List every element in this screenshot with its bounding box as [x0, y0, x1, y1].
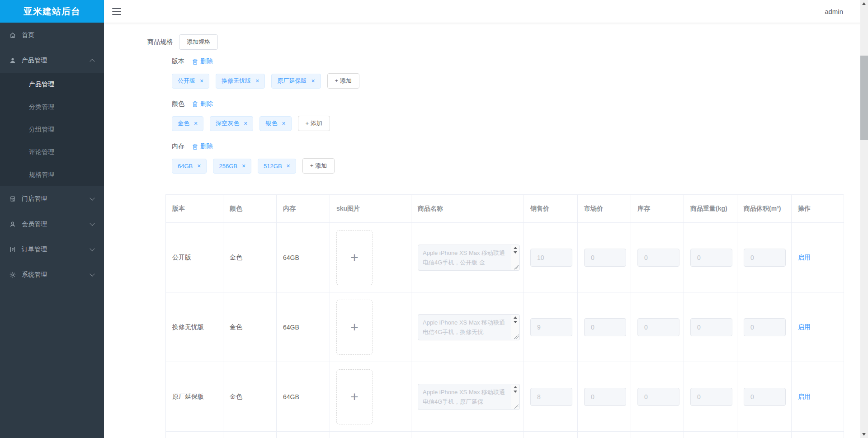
shop-icon [9, 195, 16, 203]
sidebar-item-store-management[interactable]: 门店管理 [0, 186, 104, 212]
submenu-label: 评论管理 [29, 148, 54, 156]
sku-image-upload[interactable]: + [336, 300, 373, 355]
sidebar-subitem-product-management[interactable]: 产品管理 [0, 73, 104, 96]
sidebar-subitem-group-management[interactable]: 分组管理 [0, 118, 104, 141]
weight-input[interactable] [690, 318, 732, 336]
sidebar-subitem-spec-management[interactable]: 规格管理 [0, 164, 104, 186]
sidebar-item-system-management[interactable]: 系统管理 [0, 262, 104, 287]
sidebar-item-order-management[interactable]: 订单管理 [0, 237, 104, 262]
market-price-input[interactable] [584, 318, 626, 336]
product-name-textarea[interactable]: Apple iPhone XS Max 移动联通电信4G手机，换修无忧 [418, 314, 520, 340]
add-tag-button[interactable]: + 添加 [302, 158, 335, 174]
market-price-input[interactable] [584, 249, 626, 267]
scroll-down-icon[interactable] [514, 251, 517, 254]
market-price-input[interactable] [584, 388, 626, 406]
scrollbar-down-icon[interactable] [862, 433, 866, 436]
tag-close-icon[interactable]: × [255, 77, 259, 85]
product-name-textarea[interactable]: Apple iPhone XS Max 移动联通电信4G手机，原厂延保 [418, 384, 520, 410]
tag-close-icon[interactable]: × [244, 120, 247, 127]
add-spec-button[interactable]: 添加规格 [179, 34, 218, 50]
gear-icon [9, 271, 16, 278]
enable-link[interactable]: 启用 [798, 254, 811, 262]
submenu-label: 分组管理 [29, 126, 54, 134]
tag-close-icon[interactable]: × [200, 77, 203, 85]
tag-label: 换修无忧版 [222, 77, 251, 85]
user-menu[interactable]: admin [825, 8, 843, 15]
spec-tag: 金色 × [172, 116, 203, 131]
sidebar-subitem-category-management[interactable]: 分类管理 [0, 96, 104, 118]
add-tag-button[interactable]: + 添加 [298, 116, 330, 131]
spec-tag: 512GB × [258, 159, 296, 174]
spec-tag: 公开版 × [172, 74, 209, 89]
volume-input[interactable] [744, 249, 786, 267]
member-icon [9, 221, 16, 228]
tag-close-icon[interactable]: × [287, 162, 290, 170]
scroll-down-icon[interactable] [514, 321, 517, 323]
scrollbar-up-icon[interactable] [862, 2, 866, 5]
stock-input[interactable] [637, 249, 679, 267]
cell-version: 原厂延保版 [166, 362, 223, 432]
sku-table: 版本 颜色 内存 sku图片 商品名称 销售价 市场价 库存 商品重量(kg) … [165, 194, 844, 438]
weight-input[interactable] [690, 388, 732, 406]
sidebar-item-member-management[interactable]: 会员管理 [0, 212, 104, 237]
add-tag-button[interactable]: + 添加 [327, 73, 359, 89]
spec-tag: 换修无忧版 × [216, 74, 265, 89]
product-name-textarea[interactable]: Apple iPhone XS Max 移动联通电信4G手机，公开版 金 [418, 245, 520, 271]
sidebar-item-label: 订单管理 [22, 245, 47, 254]
tag-close-icon[interactable]: × [311, 77, 315, 85]
scrollbar-thumb[interactable] [860, 56, 868, 140]
tag-close-icon[interactable]: × [282, 120, 285, 127]
page-scrollbar[interactable] [860, 0, 868, 438]
scroll-down-icon[interactable] [514, 391, 517, 393]
main-area: admin 商品规格 添加规格 版本 删除 公开版 [104, 0, 868, 438]
volume-input[interactable] [744, 388, 786, 406]
delete-spec-group-link[interactable]: 删除 [192, 142, 213, 151]
table-row: 换修无忧版 金色 64GB + Apple iPhone XS Max 移动联通… [166, 292, 844, 362]
topbar: admin [104, 0, 868, 23]
scroll-up-icon[interactable] [514, 247, 517, 249]
col-header-memory: 内存 [277, 195, 330, 223]
resize-grip-icon[interactable] [514, 404, 519, 409]
enable-link[interactable]: 启用 [798, 323, 811, 331]
sidebar-subitem-comment-management[interactable]: 评论管理 [0, 141, 104, 164]
scroll-up-icon[interactable] [514, 316, 517, 319]
spec-tag: 256GB × [213, 159, 251, 174]
cell-version: 换修无忧版 [166, 292, 223, 362]
stock-input[interactable] [637, 318, 679, 336]
delete-spec-group-link[interactable]: 删除 [192, 57, 213, 66]
cell-color: 金色 [223, 362, 277, 432]
enable-link[interactable]: 启用 [798, 393, 811, 401]
trash-icon [192, 143, 198, 150]
resize-grip-icon[interactable] [514, 334, 519, 339]
sale-price-input[interactable] [530, 318, 572, 336]
col-header-market-price: 市场价 [578, 195, 631, 223]
scroll-up-icon[interactable] [514, 386, 517, 388]
chevron-up-icon [90, 59, 94, 64]
spec-groups: 版本 删除 公开版 × 换修无忧版 × [172, 57, 868, 174]
sale-price-input[interactable] [530, 249, 572, 267]
sidebar-item-home[interactable]: 首页 [0, 23, 104, 48]
sale-price-input[interactable] [530, 388, 572, 406]
tag-label: 金色 [178, 119, 189, 127]
chevron-down-icon [90, 221, 94, 226]
chevron-down-icon [90, 195, 94, 200]
tag-label: 原厂延保版 [277, 77, 307, 85]
sku-image-upload[interactable]: + [336, 230, 373, 285]
sidebar-item-product-management[interactable]: 产品管理 [0, 48, 104, 73]
tag-close-icon[interactable]: × [197, 162, 201, 170]
trash-icon [192, 58, 198, 65]
delete-spec-group-link[interactable]: 删除 [192, 100, 213, 108]
cell-memory: 64GB [277, 362, 330, 432]
tag-close-icon[interactable]: × [242, 162, 245, 170]
volume-input[interactable] [744, 318, 786, 336]
sidebar-toggle-button[interactable] [112, 8, 121, 15]
spec-tag: 原厂延保版 × [271, 74, 321, 89]
weight-input[interactable] [690, 249, 732, 267]
stock-input[interactable] [637, 388, 679, 406]
resize-grip-icon[interactable] [514, 264, 519, 270]
tag-label: 公开版 [178, 77, 195, 85]
sku-image-upload[interactable]: + [336, 369, 373, 424]
tag-close-icon[interactable]: × [194, 120, 198, 127]
submenu-label: 产品管理 [29, 80, 54, 89]
sidebar-item-label: 首页 [22, 31, 34, 39]
